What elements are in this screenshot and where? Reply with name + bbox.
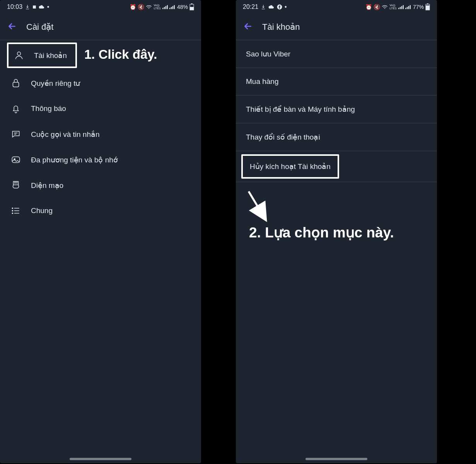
cloud-icon xyxy=(268,5,275,9)
account-item-backup[interactable]: Sao lưu Viber xyxy=(236,40,437,68)
cloud-icon xyxy=(39,5,45,9)
svg-rect-20 xyxy=(400,7,401,9)
svg-rect-21 xyxy=(401,6,402,9)
lock-icon xyxy=(10,78,22,88)
alarm-icon: ⏰ xyxy=(365,4,372,10)
square-icon: ■ xyxy=(32,3,36,10)
settings-item-appearance[interactable]: Diện mạo xyxy=(0,172,201,198)
svg-rect-5 xyxy=(171,7,172,9)
gallery-icon xyxy=(10,155,22,165)
status-bar: 10:03 ■ • ⏰ 🔇 Vo))LTE1 48% xyxy=(0,0,201,14)
facebook-icon xyxy=(277,4,282,10)
signal2-icon xyxy=(169,5,175,9)
svg-rect-0 xyxy=(162,8,163,9)
svg-point-15 xyxy=(12,208,13,208)
settings-item-label: Tài khoản xyxy=(34,51,67,60)
battery-percent: 77% xyxy=(413,4,424,10)
account-item-purchase[interactable]: Mua hàng xyxy=(236,68,437,96)
svg-rect-4 xyxy=(169,8,170,9)
wifi-icon xyxy=(146,5,152,9)
settings-item-label: Diện mạo xyxy=(31,181,63,190)
battery-icon xyxy=(425,3,430,10)
svg-point-17 xyxy=(12,213,13,213)
nav-indicator xyxy=(70,458,131,460)
annotation-2: 2. Lựa chọn mục này. xyxy=(249,224,394,241)
svg-rect-10 xyxy=(190,7,194,10)
svg-rect-29 xyxy=(426,5,430,10)
settings-item-account[interactable]: Tài khoản xyxy=(7,43,77,68)
svg-rect-7 xyxy=(174,5,175,9)
download-icon xyxy=(25,4,30,10)
battery-icon xyxy=(189,3,194,10)
volte-icon: Vo))LTE1 xyxy=(154,4,161,10)
account-item-change-number[interactable]: Thay đổi số điện thoại xyxy=(236,123,437,151)
svg-rect-13 xyxy=(12,157,20,162)
header: Cài đặt xyxy=(0,14,201,40)
mute-icon: 🔇 xyxy=(138,4,144,10)
alarm-icon: ⏰ xyxy=(130,4,136,10)
settings-item-calls[interactable]: Cuộc gọi và tin nhắn xyxy=(0,121,201,147)
settings-item-label: Quyền riêng tư xyxy=(31,79,80,88)
status-time: 10:03 xyxy=(7,3,22,10)
back-icon[interactable] xyxy=(243,21,253,33)
status-time: 20:21 xyxy=(243,3,258,10)
settings-item-media[interactable]: Đa phương tiện và bộ nhớ xyxy=(0,147,201,172)
annotation-1: 1. Click đây. xyxy=(84,47,157,62)
arrow-icon xyxy=(243,189,274,228)
settings-item-notifications[interactable]: Thông báo xyxy=(0,96,201,121)
dot-icon: • xyxy=(285,3,287,10)
nav-indicator xyxy=(305,458,367,460)
list-item-label: Hủy kích hoạt Tài khoản xyxy=(250,162,331,171)
svg-rect-24 xyxy=(407,7,408,9)
svg-rect-3 xyxy=(167,5,168,9)
svg-point-11 xyxy=(17,52,21,55)
svg-rect-26 xyxy=(410,5,411,9)
download-icon xyxy=(261,4,266,10)
account-item-devices[interactable]: Thiết bị để bàn và Máy tính bảng xyxy=(236,96,437,123)
settings-item-privacy[interactable]: Quyền riêng tư xyxy=(0,70,201,96)
settings-item-label: Cuộc gọi và tin nhắn xyxy=(31,130,100,139)
svg-rect-19 xyxy=(398,8,399,9)
back-icon[interactable] xyxy=(7,21,17,33)
settings-item-label: Thông báo xyxy=(31,104,66,113)
brush-icon xyxy=(10,180,22,190)
svg-rect-6 xyxy=(172,6,173,9)
settings-item-general[interactable]: Chung xyxy=(0,198,201,223)
svg-rect-12 xyxy=(13,82,19,87)
account-list: Sao lưu Viber Mua hàng Thiết bị để bàn v… xyxy=(236,40,437,182)
signal-icon xyxy=(162,5,168,9)
mute-icon: 🔇 xyxy=(374,4,380,10)
settings-item-label: Chung xyxy=(31,206,53,215)
list-item-label: Sao lưu Viber xyxy=(246,49,290,58)
chat-icon xyxy=(10,129,22,139)
phone-left: 10:03 ■ • ⏰ 🔇 Vo))LTE1 48% xyxy=(0,0,201,463)
volte-icon: Vo))LTE1 xyxy=(389,4,397,10)
list-item-label: Thay đổi số điện thoại xyxy=(246,133,320,142)
account-item-deactivate[interactable]: Hủy kích hoạt Tài khoản xyxy=(241,154,339,179)
svg-rect-23 xyxy=(405,8,406,9)
header: Tài khoản xyxy=(236,14,437,40)
battery-percent: 48% xyxy=(177,4,188,10)
svg-point-16 xyxy=(12,210,13,211)
page-title: Cài đặt xyxy=(26,22,53,32)
page-title: Tài khoản xyxy=(262,22,300,32)
signal-icon xyxy=(398,5,404,9)
svg-rect-1 xyxy=(164,7,165,9)
svg-rect-25 xyxy=(408,6,409,9)
list-item-label: Thiết bị để bàn và Máy tính bảng xyxy=(246,105,355,114)
bell-icon xyxy=(10,104,22,114)
status-bar: 20:21 • ⏰ 🔇 Vo))LTE1 xyxy=(236,0,437,14)
dot-icon: • xyxy=(47,3,49,10)
svg-line-30 xyxy=(249,191,266,220)
list-item-label: Mua hàng xyxy=(246,77,279,86)
svg-rect-2 xyxy=(165,6,166,9)
settings-list: Tài khoản Quyền riêng tư Thông báo Cuộc … xyxy=(0,40,201,223)
svg-rect-22 xyxy=(403,5,404,9)
settings-item-label: Đa phương tiện và bộ nhớ xyxy=(31,155,118,164)
list-icon xyxy=(10,206,22,216)
wifi-icon xyxy=(382,5,388,9)
signal2-icon xyxy=(405,5,411,9)
phone-right: 20:21 • ⏰ 🔇 Vo))LTE1 xyxy=(236,0,437,463)
account-icon xyxy=(13,50,25,60)
